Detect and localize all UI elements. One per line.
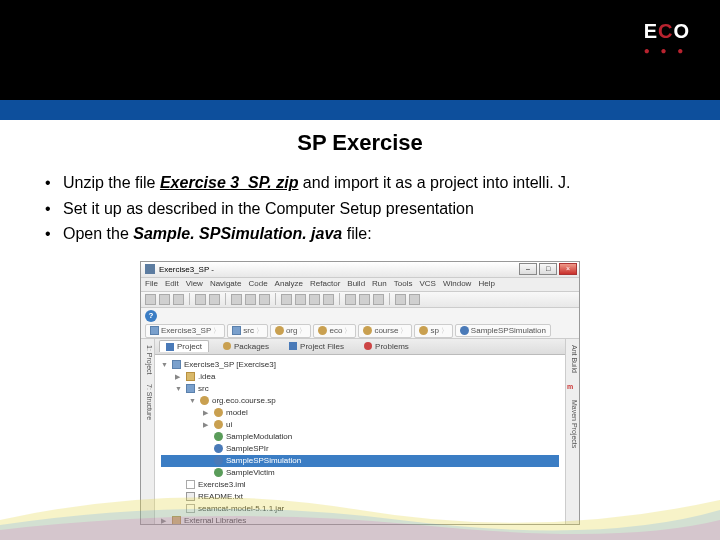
panel-tab-problems[interactable]: Problems — [358, 341, 415, 352]
menu-item[interactable]: Window — [443, 279, 471, 290]
tree-row[interactable]: SampleSPIr — [161, 443, 559, 455]
package-icon — [223, 342, 231, 350]
toolbar-icon[interactable] — [295, 294, 306, 305]
txt-icon — [186, 492, 195, 501]
twisty-icon[interactable]: ▼ — [161, 361, 169, 368]
separator — [275, 293, 276, 305]
close-button[interactable]: × — [559, 263, 577, 275]
toolbar-icon[interactable] — [231, 294, 242, 305]
tree-label: model — [226, 408, 248, 417]
right-tool-gutter: Ant Build m Maven Projects — [565, 339, 579, 524]
tree-row[interactable]: SampleModulation — [161, 431, 559, 443]
tree-label: ui — [226, 420, 232, 429]
tool-tab[interactable]: 1: Project — [142, 345, 153, 375]
toolbar-icon[interactable] — [373, 294, 384, 305]
toolbar-icon[interactable] — [245, 294, 256, 305]
package-icon — [318, 326, 327, 335]
crumb[interactable]: org〉 — [270, 324, 312, 338]
menu-item[interactable]: File — [145, 279, 158, 290]
class-icon — [460, 326, 469, 335]
tool-tab[interactable]: 7: Structure — [142, 384, 153, 420]
separator — [339, 293, 340, 305]
toolbar-icon[interactable] — [209, 294, 220, 305]
menu-item[interactable]: Refactor — [310, 279, 340, 290]
toolbar-icon[interactable] — [323, 294, 334, 305]
toolbar-icon[interactable] — [345, 294, 356, 305]
crumb[interactable]: src〉 — [227, 324, 268, 338]
crumb[interactable]: Exercise3_SP〉 — [145, 324, 225, 338]
crumb[interactable]: sp〉 — [414, 324, 452, 338]
tree-row[interactable]: SampleVictim — [161, 467, 559, 479]
menu-item[interactable]: Tools — [394, 279, 413, 290]
twisty-icon[interactable]: ▼ — [175, 385, 183, 392]
menu-item[interactable]: Navigate — [210, 279, 242, 290]
tree-row[interactable]: ▼src — [161, 383, 559, 395]
crumb[interactable]: course〉 — [358, 324, 412, 338]
separator — [189, 293, 190, 305]
twisty-icon[interactable]: ▼ — [189, 397, 197, 404]
menu-item[interactable]: Analyze — [275, 279, 303, 290]
tree-label: SampleSPSimulation — [226, 456, 301, 465]
minimize-button[interactable]: – — [519, 263, 537, 275]
package-icon — [363, 326, 372, 335]
crumb[interactable]: eco〉 — [313, 324, 356, 338]
tool-tab[interactable]: Ant Build — [567, 345, 578, 373]
window-titlebar: Exercise3_SP - – □ × — [141, 262, 579, 278]
twisty-icon[interactable]: ▶ — [203, 421, 211, 429]
menu-item[interactable]: Edit — [165, 279, 179, 290]
twisty-icon[interactable]: ▶ — [175, 373, 183, 381]
menu-item[interactable]: Build — [347, 279, 365, 290]
bullet-item: Unzip the file Exercise 3_SP. zip and im… — [45, 170, 690, 196]
menu-item[interactable]: Code — [248, 279, 267, 290]
tree-row[interactable]: ▶External Libraries — [161, 515, 559, 524]
menu-item[interactable]: Run — [372, 279, 387, 290]
menu-item[interactable]: Help — [478, 279, 494, 290]
twisty-icon[interactable]: ▶ — [161, 517, 169, 524]
file-icon — [186, 504, 195, 513]
toolbar-icon[interactable] — [159, 294, 170, 305]
separator — [389, 293, 390, 305]
tool-tab[interactable]: Maven Projects — [567, 400, 578, 448]
tree-label: src — [198, 384, 209, 393]
toolbar-icon[interactable] — [409, 294, 420, 305]
maven-icon: m — [567, 383, 578, 390]
tree-row[interactable]: Exercise3.iml — [161, 479, 559, 491]
project-tree: ▼Exercise3_SP [Exercise3]▶.idea▼src▼org.… — [155, 355, 565, 524]
menu-item[interactable]: View — [186, 279, 203, 290]
panel-tab-project[interactable]: Project — [159, 340, 209, 352]
help-icon[interactable]: ? — [145, 310, 157, 322]
tree-row[interactable]: README.txt — [161, 491, 559, 503]
menu-item[interactable]: VCS — [419, 279, 435, 290]
class-icon — [214, 468, 223, 477]
file-icon — [186, 480, 195, 489]
tree-row[interactable]: ▶model — [161, 407, 559, 419]
toolbar-icon[interactable] — [359, 294, 370, 305]
toolbar-icon[interactable] — [309, 294, 320, 305]
tree-label: External Libraries — [184, 516, 246, 524]
panel-tab-packages[interactable]: Packages — [217, 341, 275, 352]
menubar: File Edit View Navigate Code Analyze Ref… — [141, 278, 579, 292]
tree-row[interactable]: ▶.idea — [161, 371, 559, 383]
toolbar-icon[interactable] — [145, 294, 156, 305]
twisty-icon[interactable]: ▶ — [203, 409, 211, 417]
slide-header: ECO ● ● ● — [0, 0, 720, 100]
window-controls: – □ × — [519, 263, 577, 275]
tree-row[interactable]: ▼org.eco.course.sp — [161, 395, 559, 407]
tree-row[interactable]: ▼Exercise3_SP [Exercise3] — [161, 359, 559, 371]
toolbar-icon[interactable] — [395, 294, 406, 305]
tree-row[interactable]: SampleSPSimulation — [161, 455, 559, 467]
crumb[interactable]: SampleSPSimulation — [455, 324, 551, 337]
tree-label: .idea — [198, 372, 215, 381]
title-bar — [0, 100, 720, 120]
project-icon — [166, 343, 174, 351]
panel-tab-files[interactable]: Project Files — [283, 341, 350, 352]
toolbar-icon[interactable] — [281, 294, 292, 305]
tree-label: Exercise3_SP [Exercise3] — [184, 360, 276, 369]
toolbar-icon[interactable] — [173, 294, 184, 305]
maximize-button[interactable]: □ — [539, 263, 557, 275]
toolbar-icon[interactable] — [259, 294, 270, 305]
pkg-icon — [214, 420, 223, 429]
tree-row[interactable]: seamcat-model-5.1.1.jar — [161, 503, 559, 515]
toolbar-icon[interactable] — [195, 294, 206, 305]
tree-row[interactable]: ▶ui — [161, 419, 559, 431]
